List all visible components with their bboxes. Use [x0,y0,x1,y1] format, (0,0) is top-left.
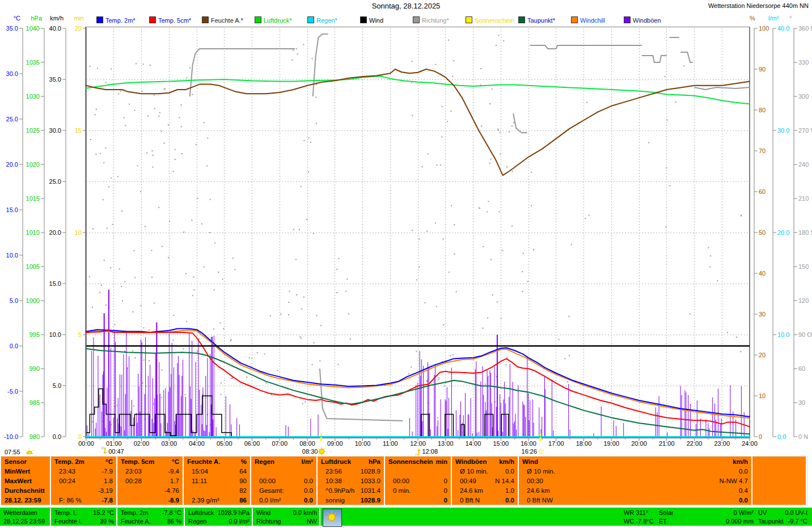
svg-text:02:00: 02:00 [134,440,150,447]
svg-text:80: 80 [759,107,766,113]
svg-text:23:00: 23:00 [714,440,730,447]
statusbar-cell-luftdruck: Luftdruck1028.9 hPaRegen0.0 l/m² [186,508,253,526]
svg-text:1035: 1035 [26,59,40,66]
stats-temp-2m-min: 23:43-7.9 [51,466,116,476]
marker-sun-pale: 16:26 [522,448,544,455]
statusbar-cell-wind: Wind0.0 km/hRichtungNW [254,508,320,526]
stats-sonnenschein-hdr: Sonnenscheinmin [385,457,451,466]
x-axis: 00:0001:0002:0003:0004:0005:0006:0007:00… [78,438,758,447]
svg-text:25.0: 25.0 [6,116,18,123]
svg-text:30: 30 [798,399,805,406]
svg-text:360 N: 360 N [798,25,812,32]
stats-sonnenschein-avg: 0 min.0 [385,485,451,495]
stats-wind-max: 00:30N-NW 4.7 [519,476,751,485]
svg-text:60: 60 [798,365,805,372]
svg-text:13:00: 13:00 [438,440,454,447]
stats-temp-2m-cur: F: 86 %-7.8 [51,495,116,505]
svg-text:00:00: 00:00 [78,440,94,447]
stats-empty-cell [752,495,806,505]
stats-regen-cur: 0.0 l/m²0.0 [251,495,316,505]
marker-sun: 08:30 [302,447,327,455]
svg-text:15: 15 [75,127,82,134]
svg-text:09:00: 09:00 [327,440,343,447]
svg-text:30.0: 30.0 [6,70,18,77]
svg-text:150: 150 [798,263,809,270]
axis-hpa: 1040103510301025102010151010100510009959… [26,25,44,440]
svg-text:990: 990 [29,365,40,372]
svg-text:40.0: 40.0 [777,25,789,32]
marker-sunrise-time: 07:55 [5,448,34,455]
svg-text:10: 10 [759,392,766,399]
stats-wind-avg: 24.6 km0.4 [519,485,751,495]
svg-text:180 S: 180 S [798,229,812,236]
stats-row-label: 28.12. 23:59 [1,495,50,505]
svg-text:90: 90 [759,66,766,73]
axis-l-m: 40.030.020.010.00.0 [773,25,789,440]
svg-text:19:00: 19:00 [603,440,619,447]
svg-text:240: 240 [798,161,809,168]
svg-text:1040: 1040 [26,25,40,32]
stats-windb-en-max: 00:49N 14.4 [452,476,518,485]
svg-text:10: 10 [75,229,82,236]
svg-text:07:55: 07:55 [5,449,20,455]
svg-text:20.0: 20.0 [49,229,61,236]
svg-text:18:00: 18:00 [576,440,592,447]
svg-text:05:00: 05:00 [217,440,232,447]
svg-text:0 N: 0 N [798,433,808,440]
stats-wind-min: Ø 10 min.0.0 [519,466,751,476]
svg-text:20: 20 [75,25,82,32]
svg-text:08:30: 08:30 [302,448,318,455]
stats-sonnenschein-cur: 0 [385,495,451,505]
svg-text:40: 40 [759,270,766,277]
stats-row-label: MaxWert [1,476,50,485]
stats-temp-5cm-cur: -8.9 [117,495,183,505]
stats-regen-avg: Gesamt:0.0 [251,485,316,495]
svg-text:14:00: 14:00 [466,440,481,447]
stats-feuchte-a-min: 15:0464 [184,466,250,476]
svg-text:270 W: 270 W [798,127,812,134]
statusbar-cell-temp-2m: Temp. 2m-7.8 °CFeuchte A.86 % [119,508,185,526]
svg-text:10.0: 10.0 [777,331,789,338]
svg-text:10.0: 10.0 [6,252,18,259]
svg-text:30: 30 [759,311,766,318]
stats-feuchte-a-cur: 2.39 g/m³86 [184,495,250,505]
svg-text:24:00: 24:00 [742,440,758,447]
svg-text:20.0: 20.0 [6,161,18,168]
svg-text:1020: 1020 [26,161,40,168]
svg-text:210: 210 [798,195,809,202]
svg-text:12:08: 12:08 [422,448,438,455]
sun-icon [323,509,342,527]
stats-luftdruck-avg: ^0.9hPa/h1031.4 [318,485,384,495]
series-richtung-line [190,34,750,421]
svg-text:1005: 1005 [26,263,40,270]
svg-text:20.0: 20.0 [777,229,789,236]
stats-row-label: Sensor [1,457,50,466]
stats-temp-5cm-avg: -4.76 [117,485,183,495]
stats-wind-hdr: Windkm/h [519,457,751,466]
svg-text:10:00: 10:00 [355,440,371,447]
svg-text:90 O: 90 O [798,331,812,338]
stats-row-label: Durchschnitt [1,485,50,495]
stats-regen-hdr: Regenl/m² [251,457,316,466]
series-richtung-scatter [89,35,742,425]
svg-text:-10.0: -10.0 [4,433,18,440]
svg-text:330: 330 [798,59,809,66]
svg-text:980: 980 [29,433,40,440]
svg-text:0: 0 [759,433,762,440]
svg-text:50: 50 [759,229,766,236]
svg-text:-5.0: -5.0 [7,388,18,395]
svg-text:40.0: 40.0 [49,25,61,32]
svg-text:20: 20 [759,352,766,358]
svg-text:100: 100 [759,25,769,32]
svg-text:20:00: 20:00 [631,440,647,447]
status-bar: Wetterdaten28.12.25 23:59Temp. I.15.2 °C… [0,506,812,527]
stats-luftdruck-cur: sonnig1028.9 [318,495,384,505]
svg-text:1030: 1030 [26,93,40,100]
svg-text:1025: 1025 [26,127,40,134]
daily-stats-table: SensorTemp. 2m°CTemp. 5cm°CFeuchte A.%Re… [1,456,808,505]
axis-: 360 N330300270 W240210180 S15012090 O603… [794,25,812,440]
svg-text:995: 995 [29,331,40,338]
svg-text:10.0: 10.0 [49,331,61,338]
axis-min: 20151050 [75,25,86,440]
svg-text:0.0: 0.0 [777,433,786,440]
